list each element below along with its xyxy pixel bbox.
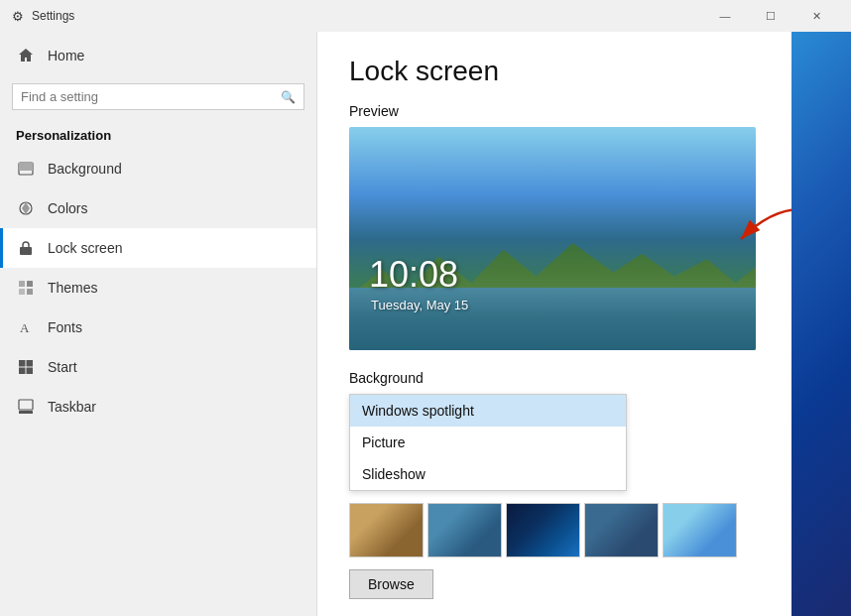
window-title: Settings: [32, 9, 74, 23]
svg-rect-10: [27, 360, 34, 367]
sidebar-item-fonts[interactable]: A Fonts: [0, 308, 316, 347]
sidebar-item-themes[interactable]: Themes: [0, 268, 316, 308]
fonts-icon: A: [16, 317, 36, 337]
start-icon: [16, 357, 36, 377]
svg-rect-14: [19, 411, 33, 414]
sidebar-item-lockscreen[interactable]: Lock screen: [0, 228, 316, 268]
svg-rect-3: [20, 247, 32, 255]
svg-rect-1: [19, 163, 33, 171]
sidebar-item-background[interactable]: Background: [0, 149, 316, 188]
thumbnail-5[interactable]: [663, 503, 737, 557]
right-panel: [791, 32, 851, 616]
search-icon: 🔍: [281, 90, 296, 104]
svg-text:A: A: [20, 320, 30, 335]
dropdown-list: Windows spotlight Picture Slideshow: [349, 394, 627, 491]
sidebar-item-colors[interactable]: Colors: [0, 188, 316, 228]
svg-rect-13: [19, 400, 33, 410]
svg-rect-11: [19, 368, 26, 375]
app-body: Home 🔍 Personalization Background: [0, 32, 851, 616]
thumbnail-row: [349, 503, 760, 557]
settings-icon: ⚙: [12, 9, 24, 24]
section-label: Personalization: [0, 118, 316, 149]
taskbar-icon: [16, 397, 36, 417]
preview-image: 10:08 Tuesday, May 15: [349, 127, 756, 350]
svg-rect-6: [19, 289, 25, 295]
sidebar-item-home[interactable]: Home: [0, 32, 316, 79]
close-button[interactable]: ✕: [793, 0, 839, 32]
dropdown-item-slideshow[interactable]: Slideshow: [350, 458, 626, 490]
preview-time: 10:08: [369, 254, 458, 296]
svg-rect-12: [27, 368, 34, 375]
page-title: Lock screen: [349, 56, 760, 87]
dropdown-item-picture[interactable]: Picture: [350, 427, 626, 458]
dropdown-container: Windows spotlight Picture Slideshow: [349, 394, 627, 491]
minimize-button[interactable]: —: [702, 0, 748, 32]
restore-button[interactable]: ☐: [748, 0, 793, 32]
main-content: Lock screen Preview 10:08 Tuesday, May 1…: [317, 32, 791, 616]
search-box[interactable]: 🔍: [12, 83, 304, 110]
background-section: Background Windows spotlight Picture Sli…: [349, 370, 760, 599]
browse-button[interactable]: Browse: [349, 569, 433, 599]
background-icon: [16, 159, 36, 179]
svg-rect-5: [27, 281, 33, 287]
lockscreen-icon: [16, 238, 36, 258]
title-bar: ⚙ Settings — ☐ ✕: [0, 0, 851, 32]
svg-rect-4: [19, 281, 25, 287]
home-icon: [16, 46, 36, 65]
sidebar-item-start[interactable]: Start: [0, 347, 316, 387]
colors-icon: [16, 198, 36, 218]
svg-rect-9: [19, 360, 26, 367]
title-bar-controls: — ☐ ✕: [702, 0, 839, 32]
right-panel-bg: [791, 32, 851, 616]
thumbnail-4[interactable]: [584, 503, 659, 557]
thumbnail-2[interactable]: [427, 503, 502, 557]
sidebar-item-taskbar[interactable]: Taskbar: [0, 387, 316, 427]
thumbnail-3[interactable]: [506, 503, 580, 557]
sidebar: Home 🔍 Personalization Background: [0, 32, 317, 616]
preview-label: Preview: [349, 103, 760, 119]
dropdown-item-spotlight[interactable]: Windows spotlight: [350, 395, 626, 427]
arrow-indicator: [721, 199, 791, 259]
search-input[interactable]: [21, 89, 275, 104]
themes-icon: [16, 278, 36, 298]
thumbnail-1[interactable]: [349, 503, 424, 557]
background-section-label: Background: [349, 370, 760, 386]
title-bar-left: ⚙ Settings: [12, 9, 74, 24]
svg-rect-7: [27, 289, 33, 295]
preview-date: Tuesday, May 15: [371, 298, 468, 312]
